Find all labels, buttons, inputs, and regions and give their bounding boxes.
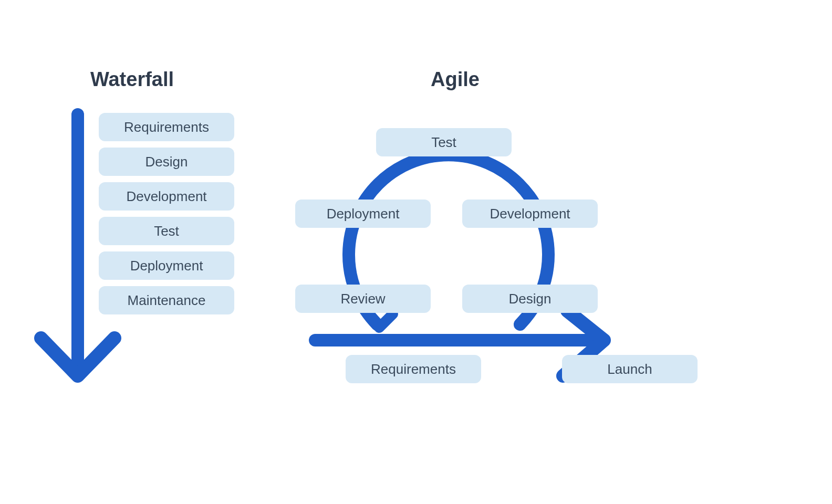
waterfall-step: Design (99, 148, 234, 176)
waterfall-step: Requirements (99, 113, 234, 141)
agile-title: Agile (431, 68, 480, 91)
agile-node-review: Review (295, 285, 431, 313)
agile-node-launch: Launch (562, 355, 698, 383)
diagram-stage: Waterfall Requirements Design Developmen… (0, 0, 832, 504)
waterfall-step: Deployment (99, 251, 234, 280)
waterfall-step: Development (99, 182, 234, 211)
waterfall-step: Maintenance (99, 286, 234, 314)
waterfall-title: Waterfall (90, 68, 174, 91)
agile-node-development: Development (462, 200, 598, 228)
agile-node-deployment: Deployment (295, 200, 431, 228)
waterfall-step: Test (99, 217, 234, 245)
agile-node-design: Design (462, 285, 598, 313)
agile-node-test: Test (376, 128, 512, 156)
agile-node-requirements: Requirements (346, 355, 481, 383)
